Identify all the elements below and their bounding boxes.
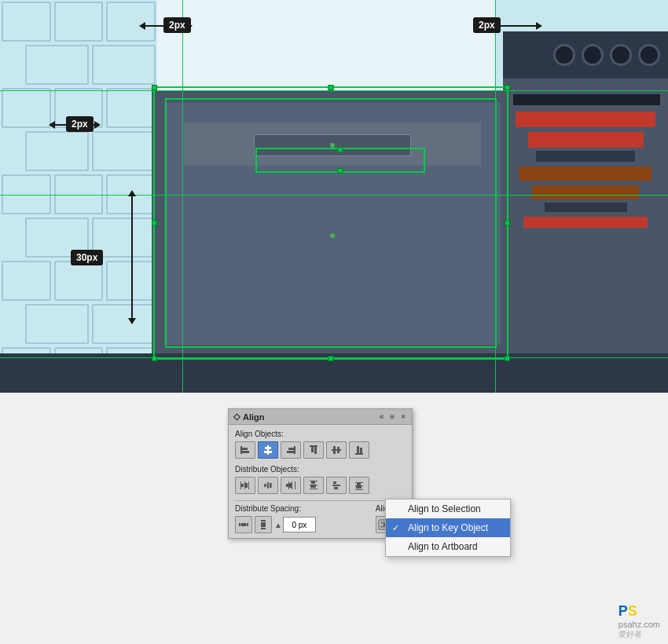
spacing-input-wrapper: ▲ xyxy=(274,517,316,532)
burner-2 xyxy=(582,44,604,66)
svg-rect-37 xyxy=(310,485,316,488)
handle-tm[interactable] xyxy=(328,85,334,90)
align-top-btn[interactable] xyxy=(303,441,324,459)
svg-rect-40 xyxy=(334,487,338,489)
align-panel-titlebar[interactable]: ◇ Align « ≡ × xyxy=(229,409,412,425)
svg-rect-8 xyxy=(287,451,294,453)
svg-rect-7 xyxy=(288,448,294,450)
selection-inner xyxy=(165,98,497,348)
align-center-v-btn[interactable] xyxy=(326,441,347,459)
watermark-site: psahz.com xyxy=(618,620,660,629)
svg-rect-14 xyxy=(337,447,340,453)
dropdown-label-artboard: Align to Artboard xyxy=(408,541,478,552)
svg-rect-19 xyxy=(244,481,245,489)
dist-centers-h-btn[interactable] xyxy=(258,477,278,494)
ps-logo: PS xyxy=(618,603,660,620)
panel-collapse-btn[interactable]: « xyxy=(378,412,386,421)
handle-tr[interactable] xyxy=(505,85,510,90)
svg-rect-34 xyxy=(310,485,317,485)
watermark-sub: 爱好者 xyxy=(618,629,660,640)
dropdown-label-selection: Align to Selection xyxy=(408,503,481,514)
measure-top-right: 2px xyxy=(473,17,501,33)
svg-rect-32 xyxy=(289,483,292,488)
panel-menu-btn[interactable]: ≡ xyxy=(388,412,396,421)
align-panel-title-text: Align xyxy=(243,412,265,422)
watermark: PS psahz.com 爱好者 xyxy=(618,603,660,640)
svg-rect-22 xyxy=(245,483,248,488)
spacing-horizontal-btn[interactable] xyxy=(235,516,252,533)
measure-left: 2px xyxy=(66,116,94,132)
ps-s-letter: S xyxy=(628,603,637,619)
svg-rect-12 xyxy=(332,449,341,451)
dropdown-label-key-object: Align to Key Object xyxy=(408,522,488,533)
right-panel xyxy=(495,0,668,393)
svg-rect-15 xyxy=(355,453,363,455)
distribute-spacing-col: Distribute Spacing: ▲ xyxy=(235,504,369,533)
svg-rect-39 xyxy=(332,485,340,486)
dropdown-item-align-to-artboard[interactable]: Align to Artboard xyxy=(386,537,510,556)
ps-p-letter: P xyxy=(618,603,628,619)
handle-cbar-t[interactable] xyxy=(338,147,343,152)
svg-rect-0 xyxy=(240,446,242,454)
dist-top-edges-btn[interactable] xyxy=(303,477,324,494)
svg-rect-4 xyxy=(265,447,271,449)
align-bottom-btn[interactable] xyxy=(349,441,369,459)
svg-rect-21 xyxy=(241,484,244,487)
align-left-btn[interactable] xyxy=(235,441,255,459)
svg-rect-11 xyxy=(314,447,317,454)
spacing-value-input[interactable] xyxy=(283,517,316,532)
handle-cbar-b[interactable] xyxy=(338,168,343,174)
svg-rect-51 xyxy=(261,520,266,521)
dist-bottom-edges-btn[interactable] xyxy=(349,477,369,494)
align-center-h-btn[interactable] xyxy=(258,441,278,459)
canvas-area: 2px 2px 2px 30px xyxy=(0,0,668,393)
handle-bm[interactable] xyxy=(328,356,334,361)
check-key-object: ✓ xyxy=(392,523,399,533)
dist-left-edges-btn[interactable] xyxy=(235,477,255,494)
svg-rect-47 xyxy=(247,523,248,526)
align-objects-row xyxy=(235,441,406,459)
align-right-btn[interactable] xyxy=(281,441,301,459)
svg-rect-29 xyxy=(292,481,292,489)
spacing-input-arrow-up: ▲ xyxy=(274,521,282,529)
svg-rect-42 xyxy=(355,485,363,486)
dist-centers-v-btn[interactable] xyxy=(326,477,347,494)
svg-rect-30 xyxy=(295,481,295,489)
dropdown-item-align-to-selection[interactable]: Align to Selection xyxy=(386,499,510,518)
dist-right-edges-btn[interactable] xyxy=(281,477,301,494)
svg-rect-38 xyxy=(333,481,336,484)
align-to-dropdown-menu: Align to Selection ✓ Align to Key Object… xyxy=(385,499,511,557)
svg-rect-10 xyxy=(311,447,314,452)
handle-ml[interactable] xyxy=(152,221,157,226)
panel-close-btn[interactable]: × xyxy=(399,412,407,421)
handle-tl[interactable] xyxy=(152,85,157,90)
svg-rect-48 xyxy=(241,523,246,526)
svg-rect-52 xyxy=(261,528,266,529)
svg-rect-28 xyxy=(288,481,289,489)
svg-rect-1 xyxy=(242,448,248,450)
handle-bl[interactable] xyxy=(152,356,157,361)
measure-arrow-top-right xyxy=(495,25,536,27)
burner-3 xyxy=(610,44,632,66)
brick-wall xyxy=(0,0,157,393)
measure-arrow-vertical xyxy=(131,196,133,318)
align-panel-title: ◇ Align xyxy=(233,412,265,422)
svg-rect-31 xyxy=(286,484,288,487)
svg-rect-24 xyxy=(267,482,269,488)
align-objects-label: Align Objects: xyxy=(235,430,406,438)
dropdown-item-align-to-key-object[interactable]: ✓ Align to Key Object xyxy=(386,518,510,537)
burner-4 xyxy=(638,44,660,66)
spacing-vertical-btn[interactable] xyxy=(255,516,272,533)
distribute-spacing-label: Distribute Spacing: xyxy=(235,504,369,513)
handle-br[interactable] xyxy=(505,356,510,361)
svg-rect-18 xyxy=(240,481,241,489)
svg-rect-43 xyxy=(355,489,363,490)
svg-rect-17 xyxy=(360,448,362,453)
measure-bottom-label: 30px xyxy=(71,250,103,265)
svg-rect-45 xyxy=(356,486,362,488)
svg-rect-36 xyxy=(311,481,315,484)
measure-top-left: 2px xyxy=(163,17,191,33)
svg-rect-35 xyxy=(310,488,317,489)
handle-mr[interactable] xyxy=(505,221,510,226)
svg-rect-5 xyxy=(264,451,272,453)
